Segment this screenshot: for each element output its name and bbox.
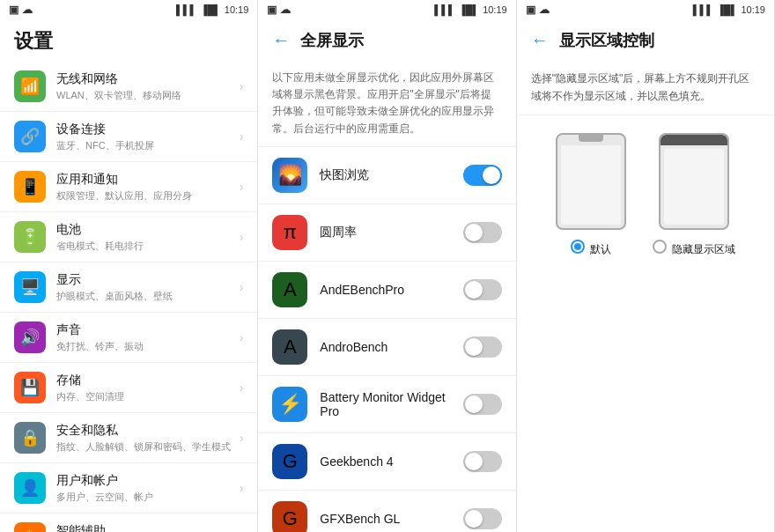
radio-default[interactable] bbox=[571, 240, 585, 254]
andro-toggle[interactable] bbox=[463, 336, 502, 358]
kuaitu-toggle-knob bbox=[483, 166, 500, 184]
display-region-description: 选择"隐藏显示区域"后，屏幕上方不规则开孔区域将不作为显示区域，并以黑色填充。 bbox=[517, 61, 774, 115]
status-bar-3: ▣ ☁ ▌▌▌ ▐█▌ 10:19 bbox=[517, 0, 774, 19]
assist-icon: ✋ bbox=[20, 528, 40, 532]
andro-app-name: AndroBench bbox=[320, 340, 462, 354]
battery-icon-3: ▐█▌ bbox=[717, 4, 737, 15]
pi-app-name: 圆周率 bbox=[320, 225, 462, 240]
phone-frame-default bbox=[556, 133, 626, 230]
wifi-title: 无线和网络 bbox=[56, 71, 240, 87]
account-icon: 👤 bbox=[20, 478, 40, 498]
app-title: 应用和通知 bbox=[56, 172, 240, 188]
status-bar-1: ▣ ☁ ▌▌▌ ▐█▌ 10:19 bbox=[0, 0, 257, 19]
battery-icon-1: ▐█▌ bbox=[200, 4, 220, 15]
display-region-title: 显示区域控制 bbox=[559, 30, 654, 51]
status-bar-2: ▣ ☁ ▌▌▌ ▐█▌ 10:19 bbox=[258, 0, 515, 19]
security-title: 安全和隐私 bbox=[56, 423, 240, 439]
preview-default: 默认 bbox=[556, 133, 626, 257]
ande-icon-char: A bbox=[284, 278, 297, 301]
status-left-3: ▣ ☁ bbox=[526, 4, 550, 16]
status-right-2: ▌▌▌ ▐█▌ 10:19 bbox=[434, 4, 506, 15]
sound-text: 声音 免打扰、铃声、振动 bbox=[56, 322, 240, 353]
battery-toggle[interactable] bbox=[463, 394, 502, 415]
radio-group-hidden[interactable]: 隐藏显示区域 bbox=[653, 237, 735, 257]
settings-item-security[interactable]: 🔒 安全和隐私 指纹、人脸解锁、锁屏和密码、学生模式 › bbox=[0, 413, 257, 463]
device-title: 设备连接 bbox=[56, 122, 240, 137]
storage-chevron: › bbox=[240, 381, 244, 395]
display-region-header: ← 显示区域控制 bbox=[517, 19, 774, 61]
settings-item-assist[interactable]: ✋ 智能辅助 无障碍、智能识屏、手势控制 › bbox=[0, 514, 257, 532]
radio-group-default[interactable]: 默认 bbox=[571, 237, 611, 257]
account-chevron: › bbox=[240, 481, 244, 495]
phone-screen-default bbox=[561, 145, 621, 225]
security-icon-wrapper: 🔒 bbox=[14, 422, 46, 454]
settings-item-sound[interactable]: 🔊 声音 免打扰、铃声、振动 › bbox=[0, 313, 257, 363]
cloud-icon-2: ☁ bbox=[280, 4, 291, 16]
settings-item-account[interactable]: 👤 用户和帐户 多用户、云空间、帐户 › bbox=[0, 463, 257, 514]
phone-preview-area: 默认 隐藏显示区域 bbox=[517, 115, 774, 266]
fullscreen-title: 全屏显示 bbox=[300, 30, 364, 51]
back-button-fullscreen[interactable]: ← bbox=[269, 26, 293, 54]
battery-toggle-knob bbox=[465, 395, 483, 413]
geek-icon-char: G bbox=[283, 450, 298, 473]
settings-list: 📶 无线和网络 WLAN、双卡管理、移动网络 › 🔗 设备连接 蓝牙、NFC、手… bbox=[0, 62, 257, 532]
radio-hidden[interactable] bbox=[653, 240, 667, 254]
geek-app-icon: G bbox=[272, 444, 307, 479]
kuaitu-toggle[interactable] bbox=[463, 165, 502, 186]
cloud-icon-3: ☁ bbox=[539, 4, 550, 16]
gfx-app-name: GFXBench GL bbox=[320, 512, 462, 526]
pi-toggle-knob bbox=[465, 224, 483, 241]
settings-item-app[interactable]: 📱 应用和通知 权限管理、默认应用、应用分身 › bbox=[0, 162, 257, 212]
gfx-toggle[interactable] bbox=[463, 508, 502, 529]
kuaitu-app-name: 快图浏览 bbox=[320, 167, 462, 183]
app-item-battery: ⚡ Battery Monitor Widget Pro bbox=[258, 376, 515, 433]
cloud-icon: ☁ bbox=[22, 4, 33, 16]
ande-app-icon: A bbox=[272, 272, 307, 307]
display-text: 显示 护眼模式、桌面风格、壁纸 bbox=[56, 272, 240, 303]
device-chevron: › bbox=[240, 129, 244, 144]
display-sub: 护眼模式、桌面风格、壁纸 bbox=[56, 290, 240, 303]
fullscreen-header: ← 全屏显示 bbox=[258, 19, 515, 61]
settings-item-battery[interactable]: 🔋 电池 省电模式、耗电排行 › bbox=[0, 212, 257, 262]
status-left-1: ▣ ☁ bbox=[9, 4, 33, 16]
storage-sub: 内存、空间清理 bbox=[56, 390, 240, 403]
wifi-chevron: › bbox=[240, 79, 244, 93]
security-text: 安全和隐私 指纹、人脸解锁、锁屏和密码、学生模式 bbox=[56, 423, 240, 454]
time-display-2: 10:19 bbox=[483, 4, 507, 15]
pi-toggle[interactable] bbox=[463, 222, 502, 243]
phone-screen-hidden bbox=[664, 149, 724, 225]
settings-item-device[interactable]: 🔗 设备连接 蓝牙、NFC、手机投屏 › bbox=[0, 112, 257, 162]
app-text: 应用和通知 权限管理、默认应用、应用分身 bbox=[56, 172, 240, 203]
geek-toggle-knob bbox=[465, 453, 483, 470]
app-item-gfx: G GFXBench GL bbox=[258, 491, 515, 532]
fullscreen-panel: ▣ ☁ ▌▌▌ ▐█▌ 10:19 ← 全屏显示 以下应用未做全屏显示优化，因此… bbox=[258, 0, 516, 532]
storage-title: 存储 bbox=[56, 373, 240, 388]
label-hidden: 隐藏显示区域 bbox=[672, 242, 735, 257]
app-icon-wrapper: 📱 bbox=[14, 171, 46, 203]
settings-item-storage[interactable]: 💾 存储 内存、空间清理 › bbox=[0, 363, 257, 413]
security-icon: 🔒 bbox=[20, 428, 40, 447]
gfx-app-icon: G bbox=[272, 501, 307, 532]
sound-title: 声音 bbox=[56, 322, 240, 338]
device-sub: 蓝牙、NFC、手机投屏 bbox=[56, 139, 240, 152]
display-chevron: › bbox=[240, 280, 244, 294]
battery-app-icon: ⚡ bbox=[272, 387, 307, 422]
pi-app-icon: π bbox=[272, 215, 307, 250]
security-chevron: › bbox=[240, 431, 244, 445]
back-button-display-region[interactable]: ← bbox=[528, 26, 552, 54]
app-item-andro: A AndroBench bbox=[258, 319, 515, 376]
wifi-status-icon: ▣ bbox=[9, 4, 18, 16]
battery-sub: 省电模式、耗电排行 bbox=[56, 240, 240, 253]
settings-item-wifi[interactable]: 📶 无线和网络 WLAN、双卡管理、移动网络 › bbox=[0, 62, 257, 112]
geek-toggle[interactable] bbox=[463, 451, 502, 472]
display-icon: 🖥️ bbox=[20, 277, 40, 297]
ande-toggle[interactable] bbox=[463, 279, 502, 300]
ande-app-name: AndEBenchPro bbox=[320, 283, 462, 297]
preview-hidden: 隐藏显示区域 bbox=[653, 133, 735, 257]
assist-text: 智能辅助 无障碍、智能识屏、手势控制 bbox=[56, 523, 240, 533]
fullscreen-description: 以下应用未做全屏显示优化，因此应用外屏幕区域将显示黑色背景。应用开启"全屏显示"… bbox=[258, 61, 515, 147]
device-icon-wrapper: 🔗 bbox=[14, 121, 46, 152]
settings-item-display[interactable]: 🖥️ 显示 护眼模式、桌面风格、壁纸 › bbox=[0, 262, 257, 313]
label-default: 默认 bbox=[590, 242, 611, 257]
settings-panel: ▣ ☁ ▌▌▌ ▐█▌ 10:19 设置 📶 无线和网络 WLAN、双卡管理、移… bbox=[0, 0, 258, 532]
